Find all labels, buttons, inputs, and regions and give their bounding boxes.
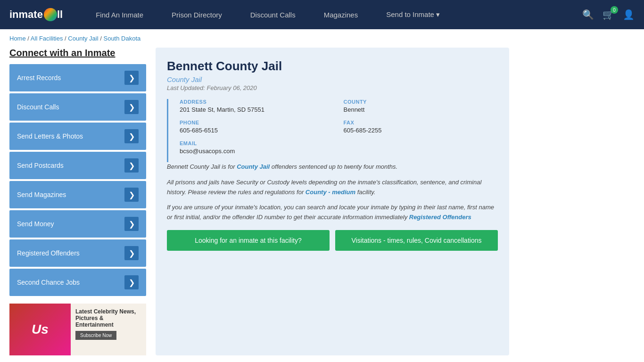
sidebar-item-second-chance-jobs[interactable]: Second Chance Jobs ❯: [9, 269, 146, 296]
nav-right: 🔍 🛒 0 👤: [582, 9, 635, 20]
info-grid: ADDRESS 201 State St, Martin, SD 57551 C…: [174, 99, 498, 155]
address-label: ADDRESS: [180, 99, 334, 105]
county-label: COUNTY: [344, 99, 498, 105]
nav-links: Find An Inmate Prison Directory Discount…: [82, 0, 582, 29]
email-block: EMAIL bcso@usacops.com: [180, 140, 334, 155]
sidebar-label: Discount Calls: [17, 103, 59, 111]
email-label: EMAIL: [180, 140, 334, 146]
address-block: ADDRESS 201 State St, Martin, SD 57551: [180, 99, 334, 113]
detail-panel: Bennett County Jail County Jail Last Upd…: [156, 48, 509, 355]
county-jail-link[interactable]: County Jail: [237, 163, 270, 170]
user-icon[interactable]: 👤: [623, 9, 635, 20]
fax-block: FAX 605-685-2255: [344, 120, 498, 134]
description-2: All prisons and jails have Security or C…: [167, 178, 498, 197]
phone-value: 605-685-6515: [180, 127, 334, 134]
action-buttons: Looking for an inmate at this facility? …: [167, 230, 498, 251]
sidebar: Connect with an Inmate Arrest Records ❯ …: [9, 48, 146, 355]
ad-subscribe-button[interactable]: Subscribe Now: [75, 331, 116, 340]
county-block: COUNTY Bennett: [344, 99, 498, 113]
nav-find-inmate[interactable]: Find An Inmate: [82, 0, 157, 29]
sidebar-item-registered-offenders[interactable]: Registered Offenders ❯: [9, 239, 146, 267]
sidebar-label: Send Magazines: [17, 191, 66, 198]
sidebar-item-discount-calls[interactable]: Discount Calls ❯: [9, 93, 146, 121]
phone-label: PHONE: [180, 120, 334, 125]
arrow-icon: ❯: [124, 246, 139, 260]
search-icon[interactable]: 🔍: [582, 9, 594, 20]
cart-icon[interactable]: 🛒 0: [603, 9, 614, 20]
nav-discount-calls[interactable]: Discount Calls: [236, 0, 310, 29]
looking-for-inmate-button[interactable]: Looking for an inmate at this facility?: [167, 230, 330, 251]
breadcrumb-south-dakota[interactable]: South Dakota: [103, 35, 140, 42]
sidebar-item-send-postcards[interactable]: Send Postcards ❯: [9, 152, 146, 179]
fax-value: 605-685-2255: [344, 127, 498, 134]
cart-badge: 0: [611, 6, 618, 14]
sidebar-item-send-magazines[interactable]: Send Magazines ❯: [9, 181, 146, 208]
arrow-icon: ❯: [124, 129, 139, 143]
sidebar-item-arrest-records[interactable]: Arrest Records ❯: [9, 64, 146, 91]
phone-block: PHONE 605-685-6515: [180, 120, 334, 134]
arrow-icon: ❯: [124, 188, 139, 202]
email-value: bcso@usacops.com: [180, 148, 334, 155]
nav-prison-directory[interactable]: Prison Directory: [157, 0, 236, 29]
sidebar-item-send-letters[interactable]: Send Letters & Photos ❯: [9, 123, 146, 150]
breadcrumb-all-facilities[interactable]: All Facilities: [31, 35, 63, 42]
logo-text2: ll: [57, 8, 63, 21]
arrow-icon: ❯: [124, 100, 139, 114]
sidebar-item-send-money[interactable]: Send Money ❯: [9, 210, 146, 238]
facility-type: County Jail: [167, 75, 498, 83]
nav-magazines[interactable]: Magazines: [310, 0, 372, 29]
ad-title: Latest Celebrity News, Pictures & Entert…: [75, 308, 141, 328]
county-medium-link[interactable]: County - medium: [305, 189, 355, 196]
sidebar-label: Registered Offenders: [17, 249, 80, 257]
county-value: Bennett: [344, 106, 498, 113]
info-section: ADDRESS 201 State St, Martin, SD 57551 C…: [167, 99, 498, 162]
facility-updated: Last Updated: February 06, 2020: [167, 84, 498, 91]
logo-icon: [44, 8, 57, 21]
ad-logo: Us: [32, 322, 49, 337]
registered-offenders-link[interactable]: Registered Offenders: [409, 214, 471, 221]
arrow-icon: ❯: [124, 275, 139, 289]
breadcrumb-county-jail[interactable]: County Jail: [68, 35, 98, 42]
arrow-icon: ❯: [124, 217, 139, 231]
description-1: Bennett County Jail is for County Jail o…: [167, 162, 498, 172]
breadcrumb: Home / All Facilities / County Jail / So…: [0, 29, 644, 48]
sidebar-label: Send Postcards: [17, 162, 64, 169]
facility-name: Bennett County Jail: [167, 59, 498, 74]
navbar: inmate ll Find An Inmate Prison Director…: [0, 0, 644, 29]
visitations-button[interactable]: Visitations - times, rules, Covid cancel…: [335, 230, 498, 251]
address-value: 201 State St, Martin, SD 57551: [180, 106, 334, 113]
sidebar-label: Arrest Records: [17, 74, 61, 82]
nav-send-to-inmate[interactable]: Send to Inmate ▾: [372, 0, 454, 29]
arrow-icon: ❯: [124, 71, 139, 85]
sidebar-label: Send Letters & Photos: [17, 132, 83, 140]
main-container: Connect with an Inmate Arrest Records ❯ …: [0, 48, 519, 362]
sidebar-title: Connect with an Inmate: [9, 48, 146, 58]
logo[interactable]: inmate ll: [9, 8, 63, 21]
sidebar-label: Send Money: [17, 220, 54, 228]
ad-overlay: Latest Celebrity News, Pictures & Entert…: [71, 304, 146, 355]
arrow-icon: ❯: [124, 158, 139, 173]
divider-bar: [167, 99, 168, 162]
breadcrumb-home[interactable]: Home: [9, 35, 26, 42]
sidebar-label: Second Chance Jobs: [17, 279, 80, 286]
ad-banner: Us Latest Celebrity News, Pictures & Ent…: [9, 304, 146, 355]
info-content: ADDRESS 201 State St, Martin, SD 57551 C…: [174, 99, 498, 162]
logo-text: inmate: [9, 8, 43, 21]
description-3: If you are unsure of your inmate's locat…: [167, 203, 498, 222]
fax-label: FAX: [344, 120, 498, 125]
